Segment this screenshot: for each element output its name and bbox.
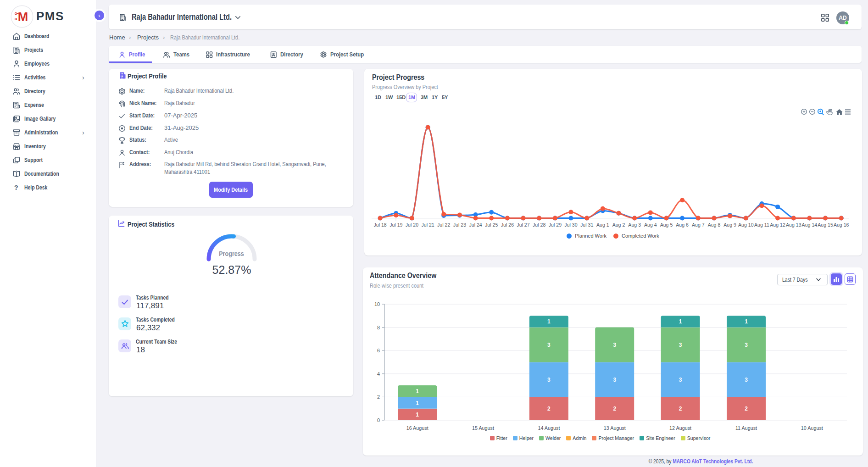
svg-text:Aug 11: Aug 11: [754, 222, 769, 228]
svg-text:3: 3: [745, 342, 748, 348]
svg-text:4: 4: [377, 371, 380, 377]
svg-text:0: 0: [377, 417, 380, 423]
svg-text:3: 3: [679, 377, 682, 383]
svg-text:1: 1: [547, 318, 551, 325]
svg-text:M: M: [18, 10, 28, 24]
svg-text:Aug 7: Aug 7: [692, 222, 705, 228]
svg-text:?: ?: [14, 184, 18, 191]
svg-text:2: 2: [613, 406, 616, 412]
svg-text:Jul 29: Jul 29: [549, 222, 562, 228]
svg-text:1: 1: [416, 388, 419, 395]
svg-text:14 August: 14 August: [538, 425, 560, 431]
svg-text:3: 3: [745, 377, 748, 383]
svg-text:1: 1: [745, 318, 748, 325]
svg-text:3: 3: [679, 342, 682, 348]
svg-text:10: 10: [374, 301, 380, 307]
svg-text:2: 2: [547, 406, 551, 412]
svg-text:Jul 24: Jul 24: [469, 222, 482, 228]
svg-text:Aug 9: Aug 9: [723, 222, 736, 228]
svg-text:Aug 2: Aug 2: [612, 222, 625, 228]
svg-text:13 August: 13 August: [604, 425, 626, 431]
svg-text:Jul 28: Jul 28: [533, 222, 545, 228]
svg-text:3: 3: [547, 377, 551, 383]
svg-text:Aug 13: Aug 13: [786, 222, 801, 228]
svg-text:Aug 15: Aug 15: [818, 222, 833, 228]
svg-text:1: 1: [416, 400, 419, 406]
svg-text:15 August: 15 August: [472, 425, 494, 431]
svg-text:Aug 8: Aug 8: [708, 222, 721, 228]
svg-text:2: 2: [745, 406, 748, 412]
svg-text:Jul 26: Jul 26: [501, 222, 514, 228]
svg-text:10 August: 10 August: [801, 425, 823, 431]
svg-text:Jul 25: Jul 25: [485, 222, 498, 228]
svg-text:1: 1: [416, 411, 419, 418]
svg-text:Aug 3: Aug 3: [628, 222, 641, 228]
svg-text:Aug 10: Aug 10: [738, 222, 754, 228]
svg-text:Aug 1: Aug 1: [596, 222, 609, 228]
svg-text:2: 2: [377, 394, 380, 400]
svg-text:Jul 20: Jul 20: [406, 222, 418, 228]
svg-text:Jul 19: Jul 19: [389, 222, 402, 228]
svg-text:12 August: 12 August: [669, 425, 691, 431]
svg-text:6: 6: [377, 348, 380, 353]
svg-text:Aug 14: Aug 14: [802, 222, 818, 228]
svg-text:16 August: 16 August: [406, 425, 428, 431]
svg-text:1: 1: [679, 318, 682, 325]
svg-text:8: 8: [377, 325, 380, 330]
svg-text:Aug 12: Aug 12: [770, 222, 785, 228]
svg-text:Aug 4: Aug 4: [644, 222, 657, 228]
svg-text:3: 3: [547, 342, 551, 348]
svg-text:3: 3: [613, 342, 616, 348]
svg-text:Jul 22: Jul 22: [437, 222, 450, 228]
svg-text:Aug 6: Aug 6: [676, 222, 689, 228]
svg-text:Jul 27: Jul 27: [517, 222, 529, 228]
svg-text:Jul 21: Jul 21: [421, 222, 434, 228]
svg-text:2: 2: [679, 406, 682, 412]
svg-text:Jul 31: Jul 31: [580, 222, 593, 228]
svg-text:Aug 16: Aug 16: [834, 222, 849, 228]
svg-text:Aug 5: Aug 5: [660, 222, 673, 228]
svg-text:3: 3: [613, 377, 616, 383]
svg-text:Jul 30: Jul 30: [564, 222, 577, 228]
svg-text:Jul 23: Jul 23: [453, 222, 466, 228]
svg-text:Jul 18: Jul 18: [373, 222, 386, 228]
svg-text:11 August: 11 August: [735, 425, 757, 431]
